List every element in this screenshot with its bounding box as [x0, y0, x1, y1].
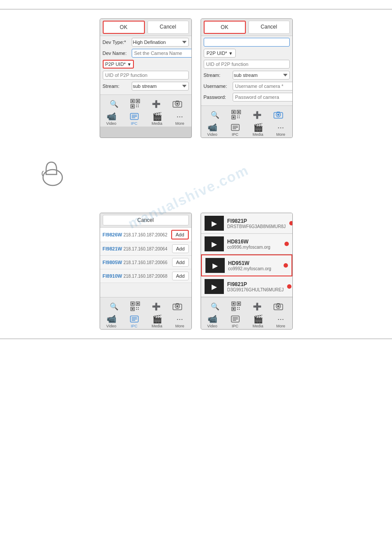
camera-uid-3: co9992.myfoscam.org — [228, 266, 280, 271]
lb-video-tab-label: Video — [106, 324, 116, 328]
rb-media-tab-icon: 🎬 — [252, 314, 264, 324]
rb-camera-icon[interactable] — [272, 300, 284, 312]
camera-uid-1: DRSTBWF6G3AB8N6MUR8J — [227, 224, 286, 229]
add-button-3[interactable]: Add — [172, 258, 189, 267]
right-ipc-tab-label: IPC — [232, 132, 238, 137]
add-icon[interactable]: ➕ — [150, 98, 162, 110]
right-tab-media[interactable]: 🎬 Media — [249, 123, 267, 137]
right-add-icon[interactable]: ➕ — [251, 109, 263, 121]
rb-more-tab-icon: ··· — [275, 314, 287, 324]
lb-tab-media[interactable]: 🎬 Media — [148, 314, 166, 328]
left-top-form: Dev Type:* High Defination Dev Name: P2P… — [100, 36, 191, 94]
dev-name-input[interactable] — [132, 49, 192, 58]
camera-model-3: FI9805W — [103, 260, 122, 265]
add-button-2[interactable]: Add — [172, 244, 189, 253]
password-label: Password: — [204, 94, 231, 100]
camera-thumb-3[interactable]: ▶ — [205, 258, 225, 273]
camera-list-header: Cancel — [100, 213, 191, 228]
rb-tab-video[interactable]: 📹 Video — [204, 314, 221, 328]
right-search-icon[interactable]: 🔍 — [209, 109, 221, 121]
camera-ip-2: 218.17.160.187:20064 — [123, 247, 172, 251]
camera-cancel-button[interactable]: Cancel — [103, 215, 189, 225]
rb-search-icon[interactable]: 🔍 — [209, 300, 221, 312]
rb-tab-ipc[interactable]: IPC — [227, 314, 244, 328]
svg-rect-24 — [239, 116, 240, 116]
right-top-form: P2P UID* ▼ Stream: sub stream Username: — [201, 36, 292, 105]
lb-tab-more[interactable]: ··· More — [171, 314, 189, 328]
rb-tab-more[interactable]: ··· More — [272, 314, 290, 328]
dev-type-row: Dev Type:* High Defination — [103, 38, 189, 47]
left-bottom-toolbar-icons: 🔍 — [100, 299, 191, 313]
add-button-4[interactable]: Add — [172, 272, 189, 280]
add-button-1[interactable]: Add — [171, 230, 189, 239]
svg-rect-9 — [138, 106, 139, 107]
camera-icon[interactable] — [171, 98, 183, 110]
right-uid-input[interactable] — [204, 60, 290, 69]
tab-media[interactable]: 🎬 Media — [148, 112, 166, 126]
tab-ipc[interactable]: IPC — [126, 112, 143, 126]
lb-add-icon[interactable]: ➕ — [150, 300, 162, 312]
right-top-ok-button[interactable]: OK — [204, 21, 246, 34]
svg-rect-18 — [233, 111, 234, 113]
svg-rect-44 — [136, 309, 137, 310]
left-top-toolbar-icons: 🔍 — [100, 97, 191, 111]
lb-tab-video[interactable]: 📹 Video — [103, 314, 120, 328]
svg-rect-25 — [237, 117, 238, 118]
camera-name-4: FI9821P — [227, 281, 284, 287]
camera-thumb-4[interactable]: ▶ — [205, 279, 224, 294]
right-more-tab-icon: ··· — [275, 123, 287, 132]
video-tab-icon: 📹 — [105, 112, 118, 121]
camera-list-row: FI9805W 218.17.160.187:20066 Add — [100, 256, 191, 269]
right-bottom-toolbar-tabs: 📹 Video IPC — [201, 314, 292, 328]
right-camera-icon[interactable] — [272, 109, 284, 121]
rb-add-icon[interactable]: ➕ — [251, 300, 263, 312]
rb-more-tab-label: More — [276, 324, 285, 328]
right-tab-ipc[interactable]: IPC — [227, 123, 244, 137]
right-qr-icon[interactable] — [230, 109, 242, 121]
stream-select[interactable]: sub stream — [132, 82, 189, 91]
rb-qr-icon[interactable] — [230, 300, 242, 312]
search-icon[interactable]: 🔍 — [108, 98, 120, 110]
dev-type-select[interactable]: High Defination — [132, 38, 189, 47]
qr-icon[interactable] — [129, 98, 141, 110]
camera-thumb-2[interactable]: ▶ — [205, 236, 224, 251]
top-input[interactable] — [204, 38, 290, 47]
right-p2p-uid-arrow: ▼ — [228, 51, 233, 56]
camera-list-row: FI9821W 218.17.160.187:20064 Add — [100, 242, 191, 256]
password-input[interactable] — [233, 93, 293, 102]
lb-search-icon[interactable]: 🔍 — [108, 300, 120, 312]
svg-rect-39 — [137, 303, 139, 305]
password-row: Password: — [204, 93, 290, 102]
camera-info-2: HD816W co9996.myfoscam.org — [227, 239, 281, 250]
camera-thumb-1[interactable]: ▶ — [205, 216, 224, 231]
lb-camera-icon[interactable] — [171, 300, 183, 312]
uid-input[interactable] — [103, 71, 189, 80]
right-top-cancel-button[interactable]: Cancel — [248, 21, 290, 34]
left-top-ok-button[interactable]: OK — [103, 21, 145, 34]
left-top-cancel-button[interactable]: Cancel — [147, 21, 189, 34]
ipc-tab-icon — [128, 112, 140, 121]
camera-ip-3: 218.17.160.187:20066 — [123, 260, 172, 265]
lb-tab-ipc[interactable]: IPC — [126, 314, 143, 328]
play-icon-3: ▶ — [212, 261, 218, 270]
tab-video[interactable]: 📹 Video — [103, 112, 120, 126]
right-tab-video[interactable]: 📹 Video — [204, 123, 221, 137]
left-top-btn-row: OK Cancel — [100, 19, 191, 36]
tab-more[interactable]: ··· More — [171, 112, 189, 126]
status-dot-4 — [287, 284, 291, 289]
svg-rect-8 — [136, 106, 137, 107]
camera-display-row-4: ▶ FI9821P D3G99176GHULTN6MUREJ — [201, 276, 292, 297]
right-top-toolbar-tabs: 📹 Video IPC — [201, 123, 292, 137]
right-stream-label: Stream: — [204, 73, 231, 78]
lb-qr-icon[interactable] — [129, 300, 141, 312]
svg-rect-61 — [237, 309, 238, 310]
right-video-tab-icon: 📹 — [206, 123, 219, 132]
username-input[interactable] — [233, 82, 293, 91]
svg-rect-42 — [136, 307, 137, 308]
camera-info-1: FI9821P DRSTBWF6G3AB8N6MUR8J — [227, 218, 286, 229]
right-tab-more[interactable]: ··· More — [272, 123, 290, 137]
right-stream-select[interactable]: sub stream — [233, 71, 290, 80]
p2p-uid-badge[interactable]: P2P UID* ▼ — [103, 60, 134, 69]
right-stream-row: Stream: sub stream — [204, 71, 290, 80]
rb-tab-media[interactable]: 🎬 Media — [249, 314, 267, 328]
